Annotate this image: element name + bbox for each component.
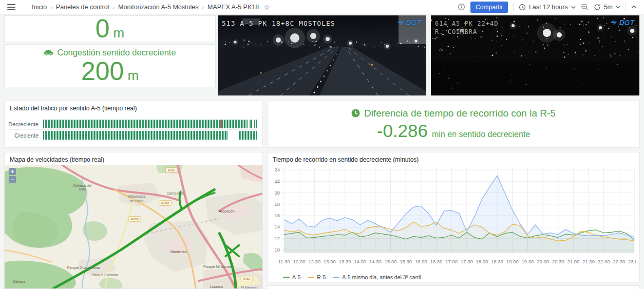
stat-unit: m	[127, 68, 139, 84]
divider	[513, 3, 514, 11]
road-shield: M-856	[128, 217, 141, 222]
svg-text:21:00: 21:00	[567, 259, 580, 264]
svg-text:M-506: M-506	[161, 202, 169, 205]
map-zoom-out-button[interactable]: −	[9, 176, 16, 183]
dgt-arrow-icon	[610, 20, 617, 26]
legend-swatch	[308, 277, 314, 278]
clock-icon	[351, 109, 360, 118]
svg-text:12:00: 12:00	[293, 259, 306, 264]
legend-item[interactable]: R-5	[308, 274, 326, 280]
map-label: Parque Coímbra	[92, 273, 118, 277]
panel-congestion-prev: 0 m	[4, 15, 216, 42]
breadcrumb-separator: ›	[112, 4, 115, 10]
panel-congestion-decreciente: Congestión sentido decreciente 200 m	[4, 44, 216, 87]
refresh-picker[interactable]: 5m	[594, 4, 620, 11]
map-label: El Naranjo	[241, 286, 258, 289]
breadcrumb-item-current: MAPEX A-5 PK18	[207, 4, 259, 11]
svg-text:20:00: 20:00	[537, 259, 549, 264]
svg-text:18: 18	[274, 201, 280, 207]
time-range-picker[interactable]: Last 12 hours	[519, 4, 576, 11]
panel-next-row	[267, 285, 640, 289]
diferencia-suffix: min en sentido decreciente	[432, 130, 530, 139]
svg-text:16: 16	[274, 213, 280, 218]
traffic-segment-green	[43, 131, 228, 140]
legend-swatch	[333, 277, 339, 278]
road-shield: M-50	[241, 276, 252, 281]
breadcrumb-item-monitorizacion[interactable]: Monitorización A-5 Móstoles	[118, 4, 198, 11]
svg-text:18:30: 18:30	[491, 259, 503, 264]
panel-info-icon[interactable]	[458, 3, 465, 11]
svg-text:17:00: 17:00	[445, 259, 458, 264]
zoom-out-icon[interactable]	[581, 3, 589, 11]
svg-text:12: 12	[274, 236, 280, 241]
legend-label: R-5	[317, 274, 326, 280]
panel-mapa-velocidades: Mapa de velocidades (tiempo real) + −	[4, 152, 263, 289]
svg-text:22:00: 22:00	[598, 259, 610, 264]
svg-text:22: 22	[274, 178, 280, 184]
map-label: Dehesa	[13, 280, 25, 284]
map-label: Campodón	[167, 191, 184, 196]
stat-unit: m	[113, 25, 125, 41]
travel-time-chart[interactable]: 101214161820222411:3012:0012:3013:0013:3…	[270, 165, 636, 274]
traffic-strip-row: Creciente	[7, 130, 257, 141]
svg-text:15:30: 15:30	[400, 259, 412, 264]
stat-value: 200	[81, 59, 124, 84]
share-button[interactable]: Compartir	[470, 2, 508, 13]
chart-legend: A-5R-5A-5 mismo dia, antes del 3º carril	[268, 274, 639, 280]
stat-value: 0	[96, 16, 110, 42]
top-nav: Inicio › Paneles de control › Monitoriza…	[0, 0, 644, 14]
legend-label: A-5 mismo dia, antes del 3º carril	[342, 274, 421, 280]
dgt-logo: DGT	[610, 18, 634, 27]
svg-text:14:30: 14:30	[369, 259, 382, 264]
chevron-down-icon	[616, 6, 620, 9]
panel-title: Tiempo de recorrido en sentido decrecien…	[268, 152, 639, 165]
traffic-segment-green	[222, 120, 248, 128]
map-label: de Odón	[130, 199, 144, 203]
strip-label: Creciente	[7, 132, 43, 139]
svg-text:14:00: 14:00	[354, 259, 366, 264]
clock-icon	[519, 4, 526, 11]
traffic-segment-green	[239, 131, 257, 140]
strip-track	[43, 131, 257, 140]
road-shield: M-50	[166, 168, 177, 173]
collapse-chevron-icon[interactable]	[631, 5, 637, 9]
legend-item[interactable]: A-5	[283, 274, 300, 280]
refresh-interval-label: 5m	[604, 4, 613, 11]
map-zoom-in-button[interactable]: +	[9, 168, 16, 175]
strip-label: Decreciente	[7, 121, 43, 127]
map-label: Dehesa del	[73, 184, 92, 187]
svg-text:19:00: 19:00	[506, 259, 519, 264]
traffic-segment-green	[254, 120, 257, 128]
svg-text:M-856: M-856	[130, 218, 138, 221]
breadcrumb-separator: ›	[202, 4, 204, 10]
car-icon	[44, 49, 53, 56]
panel-camera-mostoles: 513 A-5 PK 18+8C MOSTOLES DGT	[218, 15, 426, 95]
traffic-strip-row: Decreciente	[7, 119, 257, 130]
panel-estado-trafico: Estado del tráfico por sentido A-5 (tiem…	[4, 101, 263, 148]
menu-icon[interactable]	[7, 4, 15, 11]
svg-text:M-50: M-50	[168, 169, 174, 172]
svg-text:12:30: 12:30	[308, 259, 320, 264]
dgt-logo: DGT	[397, 18, 421, 27]
svg-text:16:00: 16:00	[415, 259, 427, 264]
traffic-segment-green	[250, 120, 252, 128]
star-icon[interactable]: ☆	[263, 3, 270, 11]
road-shield: M-506	[159, 201, 172, 206]
diferencia-value: -0.286	[377, 121, 428, 141]
svg-text:20: 20	[274, 190, 280, 196]
svg-text:17:30: 17:30	[461, 259, 473, 264]
panel-title: Mapa de velocidades (tiempo real)	[5, 152, 262, 165]
divider	[626, 3, 626, 11]
svg-text:22:30: 22:30	[613, 259, 625, 264]
map-label: Alcorcón	[219, 209, 235, 214]
legend-item[interactable]: A-5 mismo dia, antes del 3º carril	[333, 274, 421, 280]
speed-map[interactable]: Dehesa del Soto Villaviciosa de Odón Cam…	[5, 165, 262, 289]
breadcrumb-item-inicio[interactable]: Inicio	[32, 4, 47, 11]
breadcrumb-item-paneles[interactable]: Paneles de control	[56, 4, 109, 11]
svg-text:23:00: 23:00	[628, 259, 636, 264]
map-label: Loranca	[210, 285, 223, 288]
panel-diferencia-tiempo: Diferencia de tiempo de recorrido con la…	[267, 101, 640, 148]
strip-track	[43, 120, 257, 128]
svg-text:14: 14	[274, 224, 280, 229]
traffic-state-strips: DecrecienteCreciente	[5, 113, 262, 141]
